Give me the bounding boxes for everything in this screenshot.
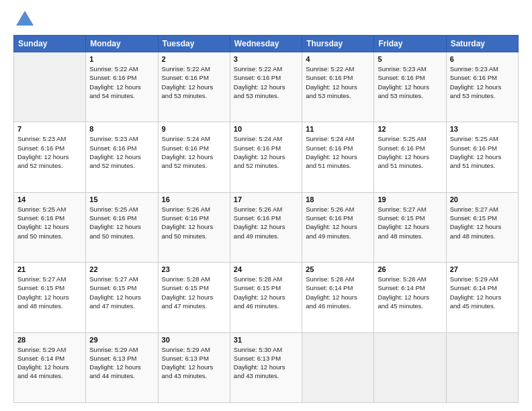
- day-info: Sunrise: 5:22 AM Sunset: 6:16 PM Dayligh…: [306, 64, 370, 100]
- calendar-cell: 21Sunrise: 5:27 AM Sunset: 6:15 PM Dayli…: [14, 263, 86, 332]
- calendar-week-3: 14Sunrise: 5:25 AM Sunset: 6:16 PM Dayli…: [14, 192, 519, 262]
- day-number: 4: [306, 55, 370, 63]
- day-info: Sunrise: 5:28 AM Sunset: 6:15 PM Dayligh…: [234, 275, 298, 310]
- day-number: 13: [450, 125, 515, 133]
- calendar-cell: 16Sunrise: 5:26 AM Sunset: 6:16 PM Dayli…: [158, 192, 230, 262]
- day-number: 29: [89, 336, 154, 344]
- day-number: 5: [378, 55, 442, 63]
- calendar-cell: 29Sunrise: 5:29 AM Sunset: 6:13 PM Dayli…: [86, 332, 158, 402]
- day-number: 30: [162, 336, 226, 344]
- day-info: Sunrise: 5:26 AM Sunset: 6:16 PM Dayligh…: [162, 205, 226, 240]
- calendar-cell: 2Sunrise: 5:22 AM Sunset: 6:16 PM Daylig…: [158, 52, 230, 122]
- calendar-cell: 18Sunrise: 5:26 AM Sunset: 6:16 PM Dayli…: [302, 192, 374, 262]
- day-info: Sunrise: 5:25 AM Sunset: 6:16 PM Dayligh…: [378, 134, 442, 170]
- day-number: 18: [306, 195, 370, 203]
- calendar-cell: 13Sunrise: 5:25 AM Sunset: 6:16 PM Dayli…: [446, 122, 518, 192]
- day-number: 22: [89, 265, 154, 273]
- day-number: 14: [17, 195, 82, 203]
- calendar-cell: 12Sunrise: 5:25 AM Sunset: 6:16 PM Dayli…: [374, 122, 446, 192]
- calendar-cell: 8Sunrise: 5:23 AM Sunset: 6:16 PM Daylig…: [86, 122, 158, 192]
- day-info: Sunrise: 5:25 AM Sunset: 6:16 PM Dayligh…: [450, 134, 515, 170]
- day-number: 3: [234, 55, 298, 63]
- day-info: Sunrise: 5:29 AM Sunset: 6:13 PM Dayligh…: [162, 345, 226, 381]
- day-number: 17: [234, 195, 298, 203]
- day-header-friday: Friday: [374, 36, 446, 52]
- calendar-cell: 24Sunrise: 5:28 AM Sunset: 6:15 PM Dayli…: [230, 263, 302, 332]
- day-number: 11: [306, 125, 370, 133]
- day-info: Sunrise: 5:25 AM Sunset: 6:16 PM Dayligh…: [17, 205, 82, 240]
- calendar-cell: 11Sunrise: 5:24 AM Sunset: 6:16 PM Dayli…: [302, 122, 374, 192]
- calendar-cell: 1Sunrise: 5:22 AM Sunset: 6:16 PM Daylig…: [86, 52, 158, 122]
- page: SundayMondayTuesdayWednesdayThursdayFrid…: [0, 0, 532, 411]
- day-number: 21: [17, 265, 82, 273]
- calendar-week-1: 1Sunrise: 5:22 AM Sunset: 6:16 PM Daylig…: [14, 52, 519, 122]
- day-number: 27: [450, 265, 515, 273]
- day-info: Sunrise: 5:25 AM Sunset: 6:16 PM Dayligh…: [89, 205, 154, 240]
- logo: [13, 11, 34, 28]
- day-info: Sunrise: 5:30 AM Sunset: 6:13 PM Dayligh…: [234, 345, 298, 381]
- day-info: Sunrise: 5:29 AM Sunset: 6:14 PM Dayligh…: [450, 275, 515, 310]
- day-info: Sunrise: 5:27 AM Sunset: 6:15 PM Dayligh…: [89, 275, 154, 310]
- calendar-cell: 17Sunrise: 5:26 AM Sunset: 6:16 PM Dayli…: [230, 192, 302, 262]
- day-info: Sunrise: 5:29 AM Sunset: 6:13 PM Dayligh…: [89, 345, 154, 381]
- day-header-saturday: Saturday: [446, 36, 518, 52]
- calendar-cell: 25Sunrise: 5:28 AM Sunset: 6:14 PM Dayli…: [302, 263, 374, 332]
- day-header-sunday: Sunday: [14, 36, 86, 52]
- calendar-cell: 14Sunrise: 5:25 AM Sunset: 6:16 PM Dayli…: [14, 192, 86, 262]
- calendar-cell: 10Sunrise: 5:24 AM Sunset: 6:16 PM Dayli…: [230, 122, 302, 192]
- day-info: Sunrise: 5:23 AM Sunset: 6:16 PM Dayligh…: [450, 64, 515, 100]
- day-info: Sunrise: 5:26 AM Sunset: 6:16 PM Dayligh…: [234, 205, 298, 240]
- day-info: Sunrise: 5:22 AM Sunset: 6:16 PM Dayligh…: [89, 64, 154, 100]
- day-number: 8: [89, 125, 154, 133]
- day-header-wednesday: Wednesday: [230, 36, 302, 52]
- day-number: 2: [162, 55, 226, 63]
- day-number: 23: [162, 265, 226, 273]
- day-info: Sunrise: 5:24 AM Sunset: 6:16 PM Dayligh…: [234, 134, 298, 170]
- day-number: 28: [17, 336, 82, 344]
- calendar-cell: 20Sunrise: 5:27 AM Sunset: 6:15 PM Dayli…: [446, 192, 518, 262]
- day-number: 9: [162, 125, 226, 133]
- day-info: Sunrise: 5:24 AM Sunset: 6:16 PM Dayligh…: [306, 134, 370, 170]
- day-info: Sunrise: 5:23 AM Sunset: 6:16 PM Dayligh…: [17, 134, 82, 170]
- day-number: 6: [450, 55, 515, 63]
- calendar-cell: 15Sunrise: 5:25 AM Sunset: 6:16 PM Dayli…: [86, 192, 158, 262]
- day-info: Sunrise: 5:26 AM Sunset: 6:16 PM Dayligh…: [306, 205, 370, 240]
- calendar-cell: [302, 332, 374, 402]
- calendar-cell: [446, 332, 518, 402]
- day-info: Sunrise: 5:22 AM Sunset: 6:16 PM Dayligh…: [162, 64, 226, 100]
- calendar-cell: 22Sunrise: 5:27 AM Sunset: 6:15 PM Dayli…: [86, 263, 158, 332]
- day-number: 15: [89, 195, 154, 203]
- day-header-monday: Monday: [86, 36, 158, 52]
- day-info: Sunrise: 5:24 AM Sunset: 6:16 PM Dayligh…: [162, 134, 226, 170]
- day-info: Sunrise: 5:27 AM Sunset: 6:15 PM Dayligh…: [450, 205, 515, 240]
- calendar-cell: 7Sunrise: 5:23 AM Sunset: 6:16 PM Daylig…: [14, 122, 86, 192]
- header: [13, 11, 519, 28]
- calendar-cell: 23Sunrise: 5:28 AM Sunset: 6:15 PM Dayli…: [158, 263, 230, 332]
- day-number: 7: [17, 125, 82, 133]
- day-number: 16: [162, 195, 226, 203]
- calendar-table: SundayMondayTuesdayWednesdayThursdayFrid…: [13, 35, 519, 403]
- logo-icon: [16, 11, 34, 28]
- calendar-cell: 6Sunrise: 5:23 AM Sunset: 6:16 PM Daylig…: [446, 52, 518, 122]
- calendar-week-5: 28Sunrise: 5:29 AM Sunset: 6:14 PM Dayli…: [14, 332, 519, 402]
- day-info: Sunrise: 5:28 AM Sunset: 6:14 PM Dayligh…: [306, 275, 370, 310]
- calendar-cell: 3Sunrise: 5:22 AM Sunset: 6:16 PM Daylig…: [230, 52, 302, 122]
- calendar-cell: 31Sunrise: 5:30 AM Sunset: 6:13 PM Dayli…: [230, 332, 302, 402]
- day-info: Sunrise: 5:28 AM Sunset: 6:14 PM Dayligh…: [378, 275, 442, 310]
- day-info: Sunrise: 5:27 AM Sunset: 6:15 PM Dayligh…: [17, 275, 82, 310]
- day-header-tuesday: Tuesday: [158, 36, 230, 52]
- calendar-week-4: 21Sunrise: 5:27 AM Sunset: 6:15 PM Dayli…: [14, 263, 519, 332]
- day-number: 31: [234, 336, 298, 344]
- day-number: 26: [378, 265, 442, 273]
- calendar-cell: 30Sunrise: 5:29 AM Sunset: 6:13 PM Dayli…: [158, 332, 230, 402]
- calendar-cell: 4Sunrise: 5:22 AM Sunset: 6:16 PM Daylig…: [302, 52, 374, 122]
- calendar-cell: [14, 52, 86, 122]
- day-number: 25: [306, 265, 370, 273]
- day-number: 20: [450, 195, 515, 203]
- day-number: 10: [234, 125, 298, 133]
- day-info: Sunrise: 5:28 AM Sunset: 6:15 PM Dayligh…: [162, 275, 226, 310]
- calendar-cell: 5Sunrise: 5:23 AM Sunset: 6:16 PM Daylig…: [374, 52, 446, 122]
- day-info: Sunrise: 5:23 AM Sunset: 6:16 PM Dayligh…: [89, 134, 154, 170]
- day-number: 12: [378, 125, 442, 133]
- calendar-cell: 28Sunrise: 5:29 AM Sunset: 6:14 PM Dayli…: [14, 332, 86, 402]
